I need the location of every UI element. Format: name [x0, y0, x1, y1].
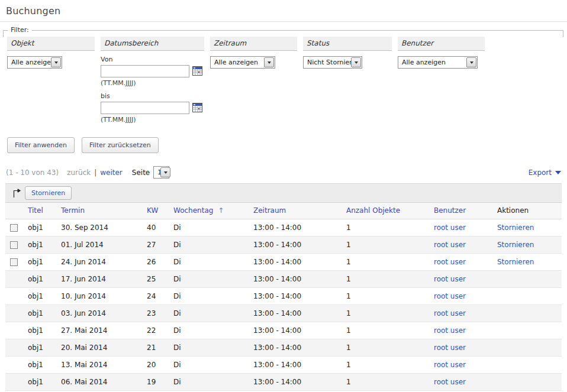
row-checkbox[interactable]: [10, 258, 18, 266]
row-kw: 27: [146, 237, 172, 254]
table-row: obj127. Mai 201422Di13:00 - 14:001root u…: [5, 322, 562, 339]
von-date-input[interactable]: [101, 65, 189, 77]
bis-date-input[interactable]: [101, 102, 189, 114]
row-select-cell: [5, 357, 27, 374]
row-termin: 30. Sep 2014: [60, 219, 146, 237]
zeitraum-select-value: Alle anzeigen: [211, 59, 264, 66]
filter-status-label: Status: [303, 37, 392, 51]
row-wochentag: Di: [172, 339, 252, 357]
row-termin: 13. Mai 2014: [60, 357, 146, 374]
page-select[interactable]: 1: [153, 166, 169, 179]
row-stornieren-link[interactable]: Stornieren: [497, 241, 534, 249]
table-row: obj117. Jun 201425Di13:00 - 14:001root u…: [5, 271, 562, 288]
row-kw: 22: [146, 322, 172, 339]
row-kw: 26: [146, 254, 172, 271]
table-row: obj120. Mai 201421Di13:00 - 14:001root u…: [5, 339, 562, 357]
row-select-cell: [5, 219, 27, 237]
row-zeitraum: 13:00 - 14:00: [252, 357, 345, 374]
table-header-row: Titel Termin KW Wochentag ↑ Zeitraum Anz…: [5, 203, 562, 219]
row-aktionen-cell: Stornieren: [496, 237, 562, 254]
row-kw: 19: [146, 374, 172, 391]
row-termin: 06. Mai 2014: [60, 374, 146, 391]
row-anzahl-objekte: 1: [345, 322, 433, 339]
row-checkbox[interactable]: [10, 241, 18, 249]
row-stornieren-link[interactable]: Stornieren: [497, 258, 534, 266]
bis-calendar-button[interactable]: [192, 103, 202, 112]
row-benutzer-link[interactable]: root user: [434, 361, 466, 369]
row-benutzer-cell: root user: [433, 254, 496, 271]
table-row: obj110. Jun 201424Di13:00 - 14:001root u…: [5, 288, 562, 305]
chevron-down-icon: [51, 57, 61, 67]
row-aktionen-cell: [496, 322, 562, 339]
row-benutzer-link[interactable]: root user: [434, 292, 466, 300]
row-titel: obj1: [27, 357, 60, 374]
table-row: obj103. Jun 201423Di13:00 - 14:001root u…: [5, 305, 562, 322]
row-titel: obj1: [27, 254, 60, 271]
status-select[interactable]: Nicht Storniert: [303, 56, 362, 69]
filter-apply-button[interactable]: Filter anwenden: [7, 137, 75, 153]
row-benutzer-link[interactable]: root user: [434, 344, 466, 352]
column-header-anzahl-objekte[interactable]: Anzahl Objekte: [346, 206, 400, 215]
benutzer-select[interactable]: Alle anzeigen: [398, 56, 478, 69]
von-calendar-button[interactable]: [192, 66, 202, 76]
row-select-cell: [5, 374, 27, 391]
row-anzahl-objekte: 1: [345, 271, 433, 288]
row-termin: 24. Jun 2014: [60, 254, 146, 271]
column-header-aktionen: Aktionen: [496, 203, 562, 219]
row-termin: 01. Jul 2014: [60, 237, 146, 254]
row-zeitraum: 13:00 - 14:00: [252, 322, 345, 339]
row-wochentag: Di: [172, 322, 252, 339]
row-termin: 03. Jun 2014: [60, 305, 146, 322]
row-aktionen-cell: [496, 339, 562, 357]
row-wochentag: Di: [172, 237, 252, 254]
row-select-cell: [5, 339, 27, 357]
row-select-cell: [5, 322, 27, 339]
row-benutzer-link[interactable]: root user: [434, 223, 466, 232]
row-zeitraum: 13:00 - 14:00: [252, 339, 345, 357]
row-benutzer-link[interactable]: root user: [434, 258, 466, 266]
row-zeitraum: 13:00 - 14:00: [252, 219, 345, 237]
row-benutzer-link[interactable]: root user: [434, 326, 466, 335]
row-benutzer-cell: root user: [433, 374, 496, 391]
row-benutzer-cell: root user: [433, 322, 496, 339]
row-zeitraum: 13:00 - 14:00: [252, 374, 345, 391]
row-anzahl-objekte: 1: [345, 305, 433, 322]
row-zeitraum: 13:00 - 14:00: [252, 288, 345, 305]
column-header-zeitraum[interactable]: Zeitraum: [253, 206, 286, 215]
table-row: obj130. Sep 201440Di13:00 - 14:001root u…: [5, 219, 562, 237]
zeitraum-select[interactable]: Alle anzeigen: [210, 56, 275, 69]
row-benutzer-link[interactable]: root user: [434, 275, 466, 283]
row-anzahl-objekte: 1: [345, 254, 433, 271]
row-titel: obj1: [27, 305, 60, 322]
row-titel: obj1: [27, 271, 60, 288]
page-header: Buchungen: [0, 0, 567, 22]
objekt-select[interactable]: Alle anzeigen: [7, 56, 62, 69]
row-checkbox[interactable]: [10, 224, 18, 232]
column-header-titel[interactable]: Titel: [28, 206, 43, 215]
filter-col-zeitraum: Zeitraum Alle anzeigen: [210, 37, 297, 69]
row-termin: 20. Mai 2014: [60, 339, 146, 357]
row-titel: obj1: [27, 374, 60, 391]
toolbar-stornieren-button[interactable]: Stornieren: [25, 186, 72, 200]
row-benutzer-link[interactable]: root user: [434, 309, 466, 318]
bookings-data-table: Titel Termin KW Wochentag ↑ Zeitraum Anz…: [5, 203, 562, 391]
row-benutzer-link[interactable]: root user: [434, 241, 466, 249]
column-header-kw[interactable]: KW: [147, 206, 158, 215]
column-header-wochentag[interactable]: Wochentag: [173, 206, 213, 215]
row-zeitraum: 13:00 - 14:00: [252, 305, 345, 322]
filter-reset-button[interactable]: Filter zurücksetzen: [82, 137, 159, 153]
column-header-benutzer[interactable]: Benutzer: [434, 206, 466, 215]
pagination-next-link[interactable]: weiter: [100, 169, 123, 177]
filter-fieldset: Filter: Objekt Alle anzeigen Datumsberei…: [3, 30, 563, 159]
column-header-termin[interactable]: Termin: [61, 206, 85, 215]
filter-col-status: Status Nicht Storniert: [303, 37, 392, 69]
row-kw: 40: [146, 219, 172, 237]
export-menu[interactable]: Export: [529, 169, 561, 177]
row-stornieren-link[interactable]: Stornieren: [497, 223, 534, 232]
page-select-label: Seite: [132, 169, 150, 177]
row-benutzer-link[interactable]: root user: [434, 378, 466, 386]
row-termin: 27. Mai 2014: [60, 322, 146, 339]
row-aktionen-cell: [496, 374, 562, 391]
row-titel: obj1: [27, 288, 60, 305]
filter-datumsbereich-label: Datumsbereich: [101, 37, 204, 51]
